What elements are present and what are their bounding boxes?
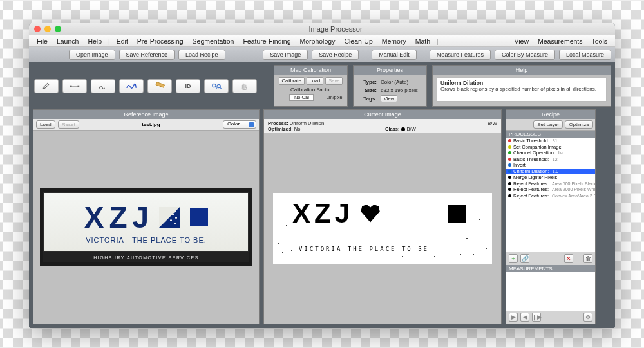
close-window-icon[interactable] bbox=[34, 26, 41, 32]
prop-type-label: Type: bbox=[359, 78, 378, 86]
process-item[interactable]: Reject Features:Convex Area/Area 2 Bl bbox=[506, 193, 595, 199]
process-item[interactable]: Reject Features:Area 2000 Pixels White bbox=[506, 187, 595, 193]
svg-rect-5 bbox=[156, 82, 164, 87]
status-dot-icon bbox=[508, 170, 511, 173]
save-recipe-button[interactable]: Save Recipe bbox=[312, 50, 359, 60]
cal-save-button[interactable]: Save bbox=[325, 77, 343, 85]
eyedropper-tool-icon[interactable] bbox=[34, 79, 59, 93]
process-name: Channel Operation: bbox=[513, 150, 555, 156]
color-by-measure-button[interactable]: Color By Measure bbox=[495, 50, 555, 60]
freehand-tool-icon[interactable] bbox=[119, 79, 144, 93]
cur-opt-label: Optimized: bbox=[268, 126, 293, 132]
licence-plate-photo: XZJ VICTORIA - THE bbox=[40, 188, 252, 266]
hand-tool-icon[interactable] bbox=[232, 79, 257, 93]
process-item[interactable]: Channel Operation:b-r bbox=[506, 150, 595, 156]
menu-file[interactable]: File bbox=[33, 37, 52, 45]
status-dot-icon bbox=[508, 188, 511, 191]
settings-button[interactable]: ⚙ bbox=[583, 313, 592, 322]
line-tool-icon[interactable] bbox=[62, 79, 87, 93]
set-layer-button[interactable]: Set Layer bbox=[533, 120, 563, 129]
help-heading: Uniform Dilation bbox=[440, 80, 483, 86]
link-step-button[interactable]: 🔗 bbox=[520, 254, 529, 263]
delete-step-button[interactable]: ✕ bbox=[564, 254, 573, 263]
save-image-button[interactable]: Save Image bbox=[263, 50, 308, 60]
measure-features-button[interactable]: Measure Features bbox=[430, 50, 491, 60]
menu-preprocessing[interactable]: Pre-Processing bbox=[133, 37, 187, 45]
prop-tags-label: Tags: bbox=[359, 95, 378, 102]
local-measure-button[interactable]: Local Measure bbox=[559, 50, 611, 60]
menu-help[interactable]: Help bbox=[84, 37, 106, 45]
process-item[interactable]: Set Companion Image bbox=[506, 144, 595, 151]
zoom-tool-icon[interactable] bbox=[204, 79, 229, 93]
menu-morphology[interactable]: Morphology bbox=[296, 37, 339, 45]
svg-point-4 bbox=[104, 87, 105, 89]
reference-image-panel: Reference Image Load Reset test.jpg Colo… bbox=[33, 109, 260, 324]
process-param: Area 500 Pixels Black bbox=[552, 181, 595, 186]
cur-mode-select[interactable]: B/W bbox=[488, 120, 497, 126]
ref-reset-button[interactable]: Reset bbox=[58, 120, 79, 129]
load-recipe-button[interactable]: Load Recipe bbox=[178, 50, 225, 60]
process-item[interactable]: Merge Lighter Pixels bbox=[506, 174, 595, 181]
menu-edit[interactable]: Edit bbox=[113, 37, 132, 45]
add-step-button[interactable]: + bbox=[509, 254, 518, 263]
maximize-window-icon[interactable] bbox=[55, 26, 61, 32]
upper-panels-row: ID Mag Calibration Calibrate Load Save bbox=[33, 65, 611, 107]
titlebar: Image Processor bbox=[29, 23, 615, 35]
menu-view[interactable]: View bbox=[510, 37, 533, 45]
reference-image-title: Reference Image bbox=[33, 110, 259, 119]
cal-load-button[interactable]: Load bbox=[307, 77, 324, 85]
id-tool-icon[interactable]: ID bbox=[176, 79, 200, 93]
manual-edit-button[interactable]: Manual Edit bbox=[372, 50, 417, 60]
menu-memory[interactable]: Memory bbox=[378, 37, 410, 45]
process-item[interactable]: Invert bbox=[506, 162, 595, 169]
process-item[interactable]: Uniform Dilation:1.0 bbox=[506, 169, 595, 175]
menu-segmentation[interactable]: Segmentation bbox=[189, 37, 238, 45]
status-dot-icon bbox=[508, 158, 511, 161]
save-reference-button[interactable]: Save Reference bbox=[119, 50, 175, 60]
point-tool-icon[interactable] bbox=[91, 79, 115, 93]
play-button[interactable]: ▶ bbox=[509, 313, 518, 322]
current-image-panel: Current Image Process: Uniform Dilation … bbox=[263, 109, 502, 324]
process-item[interactable]: Reject Features:Area 500 Pixels Black bbox=[506, 181, 595, 187]
step-fwd-button[interactable]: ❙▶ bbox=[532, 313, 541, 322]
optimize-button[interactable]: Optimize bbox=[565, 120, 593, 129]
calibrate-button[interactable]: Calibrate bbox=[279, 77, 305, 85]
square-blob-icon bbox=[448, 205, 466, 223]
step-back-button[interactable]: ◀ bbox=[520, 313, 529, 322]
window-controls bbox=[34, 26, 61, 32]
prop-tags-view-button[interactable]: View bbox=[381, 95, 397, 102]
menu-launch[interactable]: Launch bbox=[53, 37, 82, 45]
process-list[interactable]: Basic Threshold:81Set Companion ImageCha… bbox=[506, 138, 595, 212]
trash-step-button[interactable]: 🗑 bbox=[583, 254, 592, 263]
proc-subtext: VICTORIA THE PLACE TO BE bbox=[299, 246, 429, 252]
menu-math[interactable]: Math bbox=[412, 37, 434, 45]
process-item[interactable]: Basic Threshold:12 bbox=[506, 156, 595, 163]
ruler-tool-icon[interactable] bbox=[147, 79, 172, 93]
menu-tools[interactable]: Tools bbox=[587, 37, 611, 45]
menu-feature-finding[interactable]: Feature-Finding bbox=[239, 37, 294, 45]
measurements-list[interactable] bbox=[506, 272, 595, 311]
minimize-window-icon[interactable] bbox=[44, 26, 51, 32]
properties-title: Properties bbox=[354, 66, 426, 75]
menu-clean-up[interactable]: Clean-Up bbox=[340, 37, 376, 45]
help-text-box: Uniform Dilation Grows black regions by … bbox=[437, 77, 607, 102]
process-name: Uniform Dilation: bbox=[513, 169, 549, 174]
process-name: Invert bbox=[513, 162, 526, 168]
ref-load-button[interactable]: Load bbox=[36, 120, 55, 129]
cur-process-value: Uniform Dilation bbox=[290, 120, 324, 126]
svg-line-7 bbox=[215, 86, 217, 88]
status-dot-icon bbox=[508, 194, 511, 197]
current-image-meta: Process: Uniform Dilation Optimized: No … bbox=[264, 119, 501, 133]
open-image-button[interactable]: Open Image bbox=[69, 50, 115, 60]
reference-viewport[interactable]: XZJ VICTORIA - THE bbox=[33, 131, 259, 324]
ref-mode-select[interactable]: Color bbox=[223, 120, 256, 129]
mag-calibration-panel: Mag Calibration Calibrate Load Save Cali… bbox=[274, 65, 348, 107]
process-item[interactable]: Basic Threshold:81 bbox=[506, 138, 595, 144]
prop-size-value: 632 x 195 pixels bbox=[379, 87, 421, 94]
current-viewport[interactable]: XZJ VICTORIA THE PLACE TO BE bbox=[264, 133, 501, 324]
menu-measurements[interactable]: Measurements bbox=[534, 37, 586, 45]
help-panel: Help Uniform Dilation Grows black region… bbox=[432, 65, 611, 107]
recipe-panel: Recipe Set Layer Optimize PROCESSES Basi… bbox=[506, 109, 596, 324]
content-area: ID Mag Calibration Calibrate Load Save bbox=[29, 62, 615, 328]
mag-calibration-title: Mag Calibration bbox=[274, 66, 347, 75]
